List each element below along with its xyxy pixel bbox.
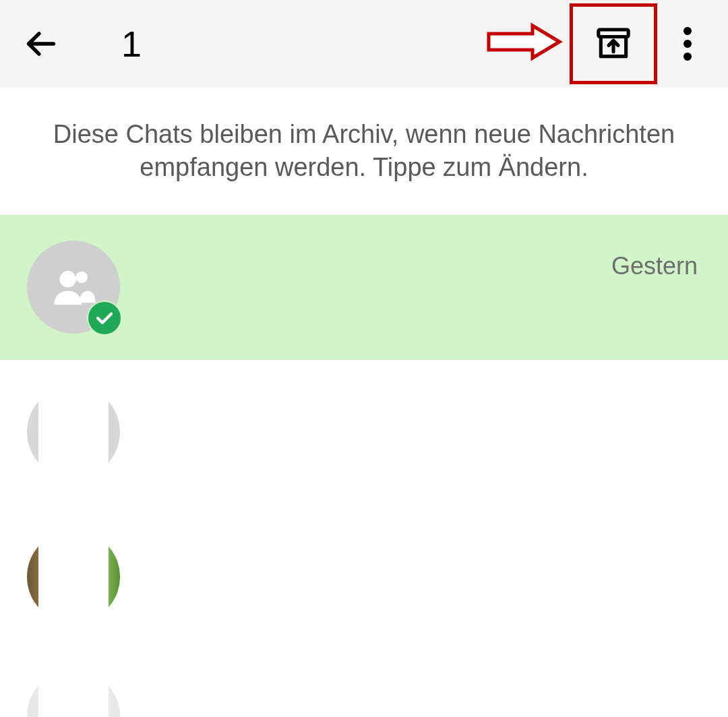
unarchive-button[interactable] [570,3,657,84]
avatar [27,530,120,623]
unarchive-icon [595,25,632,63]
arrow-left-icon [23,26,58,61]
chat-list-item[interactable] [0,505,728,650]
annotation-arrow [485,20,563,64]
svg-point-4 [684,40,692,48]
avatar [27,670,120,717]
avatar [27,385,120,478]
avatar [27,241,120,334]
svg-point-3 [684,27,692,35]
selection-header: 1 [0,0,728,88]
chat-list: Gestern [0,215,728,717]
more-options-button[interactable] [667,24,708,64]
selection-count: 1 [121,23,142,65]
back-button[interactable] [20,24,61,64]
chat-timestamp: Gestern [611,252,698,280]
chat-list-item[interactable] [0,360,728,505]
group-icon [49,263,99,311]
svg-point-5 [684,53,692,61]
svg-point-7 [75,272,88,284]
more-vertical-icon [684,27,692,61]
chat-list-item[interactable] [0,650,728,717]
svg-rect-1 [599,30,628,37]
archive-info-banner[interactable]: Diese Chats bleiben im Archiv, wenn neue… [0,88,728,215]
selected-check-badge [87,301,122,336]
svg-point-6 [59,271,76,288]
check-icon [94,308,115,328]
chat-list-item[interactable]: Gestern [0,215,728,360]
